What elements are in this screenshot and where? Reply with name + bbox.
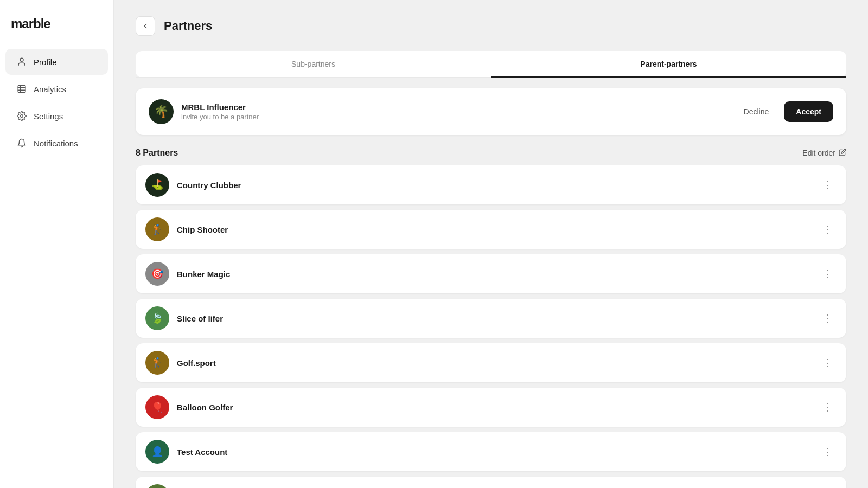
sidebar-item-analytics[interactable]: Analytics <box>5 76 108 102</box>
bell-icon <box>16 138 27 149</box>
avatar: 🍃 <box>145 306 169 330</box>
invite-left: 🌴 MRBL Influencer invite you to be a par… <box>149 99 259 124</box>
more-options-button[interactable]: ⋮ <box>819 221 837 238</box>
partner-left: 🏌 Golf.sport <box>145 351 216 375</box>
table-row: ⛳ Country Clubber ⋮ <box>136 165 846 204</box>
sidebar-nav: Profile Analytics Settings <box>0 48 113 157</box>
svg-point-5 <box>21 115 23 118</box>
avatar: 🎈 <box>145 395 169 419</box>
avatar: 🏌️ <box>145 217 169 241</box>
sidebar-item-settings[interactable]: Settings <box>5 103 108 129</box>
partner-left: 🍃 Slice of lifer <box>145 306 223 330</box>
person-icon <box>16 56 27 67</box>
svg-rect-1 <box>18 85 25 93</box>
more-options-button[interactable]: ⋮ <box>819 399 837 416</box>
avatar: 🌿 <box>145 484 169 488</box>
table-row: 🎯 Bunker Magic ⋮ <box>136 254 846 293</box>
main-content: Partners Sub-partners Parent-partners 🌴 … <box>114 0 868 488</box>
partners-count: 8 Partners <box>136 148 178 158</box>
tabs-container: Sub-partners Parent-partners <box>136 51 846 78</box>
back-button[interactable] <box>136 16 155 36</box>
avatar: 👤 <box>145 440 169 464</box>
partner-name: Golf.sport <box>177 358 216 368</box>
table-row: 🏌️ Chip Shooter ⋮ <box>136 210 846 249</box>
table-row: 🎈 Balloon Golfer ⋮ <box>136 388 846 427</box>
more-options-button[interactable]: ⋮ <box>819 443 837 460</box>
tab-parent-partners[interactable]: Parent-partners <box>491 51 846 77</box>
invite-sub: invite you to be a partner <box>181 113 259 121</box>
page-header: Partners <box>136 16 846 36</box>
avatar: ⛳ <box>145 173 169 197</box>
bar-chart-icon <box>16 84 27 94</box>
table-row: 👤 Test Account ⋮ <box>136 432 846 471</box>
partner-name: Balloon Golfer <box>177 403 233 412</box>
app-logo: marble <box>11 16 50 31</box>
sidebar: marble Profile Analytics <box>0 0 114 488</box>
partner-name: Country Clubber <box>177 181 241 190</box>
sidebar-item-label: Notifications <box>34 139 78 148</box>
gear-icon <box>16 111 27 121</box>
more-options-button[interactable]: ⋮ <box>819 265 837 282</box>
more-options-button[interactable]: ⋮ <box>819 310 837 327</box>
partner-left: 🏌️ Chip Shooter <box>145 217 228 241</box>
table-row: 🏌 Golf.sport ⋮ <box>136 343 846 382</box>
invite-name: MRBL Influencer <box>181 102 259 112</box>
more-options-button[interactable]: ⋮ <box>819 354 837 371</box>
sidebar-item-label: Profile <box>34 57 57 67</box>
sidebar-item-notifications[interactable]: Notifications <box>5 130 108 156</box>
partners-header: 8 Partners Edit order <box>136 148 846 158</box>
avatar: 🏌 <box>145 351 169 375</box>
decline-button[interactable]: Decline <box>735 102 778 121</box>
invite-avatar: 🌴 <box>149 99 174 124</box>
table-row: 🍃 Slice of lifer ⋮ <box>136 299 846 338</box>
partner-left: 🎯 Bunker Magic <box>145 262 230 286</box>
invite-info: MRBL Influencer invite you to be a partn… <box>181 102 259 121</box>
table-row: 🌿 Mrbl Influencer 2 ⋮ <box>136 477 846 488</box>
accept-button[interactable]: Accept <box>784 101 833 122</box>
logo: marble <box>0 11 113 48</box>
invite-card: 🌴 MRBL Influencer invite you to be a par… <box>136 88 846 135</box>
tabs: Sub-partners Parent-partners <box>136 51 846 78</box>
more-options-button[interactable]: ⋮ <box>819 176 837 194</box>
avatar: 🎯 <box>145 262 169 286</box>
edit-order-button[interactable]: Edit order <box>802 149 846 158</box>
partner-name: Chip Shooter <box>177 225 228 234</box>
partner-name: Bunker Magic <box>177 269 230 279</box>
invite-actions: Decline Accept <box>735 101 833 122</box>
sidebar-item-profile[interactable]: Profile <box>5 49 108 75</box>
svg-point-0 <box>20 58 23 61</box>
sidebar-item-label: Settings <box>34 112 63 121</box>
partner-left: 🌿 Mrbl Influencer 2 <box>145 484 242 488</box>
page-title: Partners <box>164 19 212 33</box>
partner-name: Slice of lifer <box>177 314 223 323</box>
partner-left: 👤 Test Account <box>145 440 227 464</box>
partner-left: ⛳ Country Clubber <box>145 173 241 197</box>
partner-list: ⛳ Country Clubber ⋮ 🏌️ Chip Shooter ⋮ 🎯 … <box>136 165 846 488</box>
sidebar-item-label: Analytics <box>34 85 66 94</box>
edit-order-label: Edit order <box>802 149 835 157</box>
tab-sub-partners[interactable]: Sub-partners <box>136 51 491 77</box>
pencil-icon <box>839 149 846 158</box>
partner-left: 🎈 Balloon Golfer <box>145 395 233 419</box>
partner-name: Test Account <box>177 447 227 457</box>
